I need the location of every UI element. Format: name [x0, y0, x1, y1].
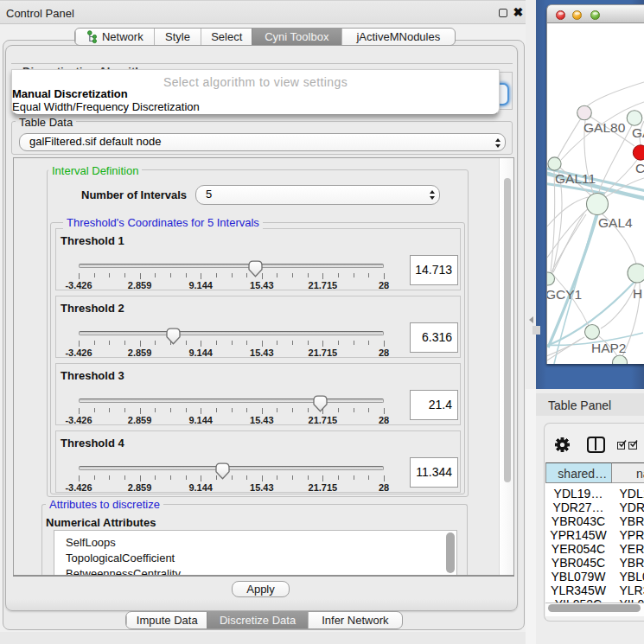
svg-text:C: C [635, 161, 644, 175]
svg-text:H: H [633, 286, 642, 301]
svg-text:HAP2: HAP2 [591, 341, 627, 355]
svg-text:GAL80: GAL80 [583, 120, 626, 135]
svg-text:GAL4: GAL4 [598, 215, 633, 230]
svg-text:GAL11: GAL11 [555, 171, 596, 186]
svg-text:GA: GA [632, 125, 644, 140]
svg-text:GCY1: GCY1 [547, 287, 582, 302]
